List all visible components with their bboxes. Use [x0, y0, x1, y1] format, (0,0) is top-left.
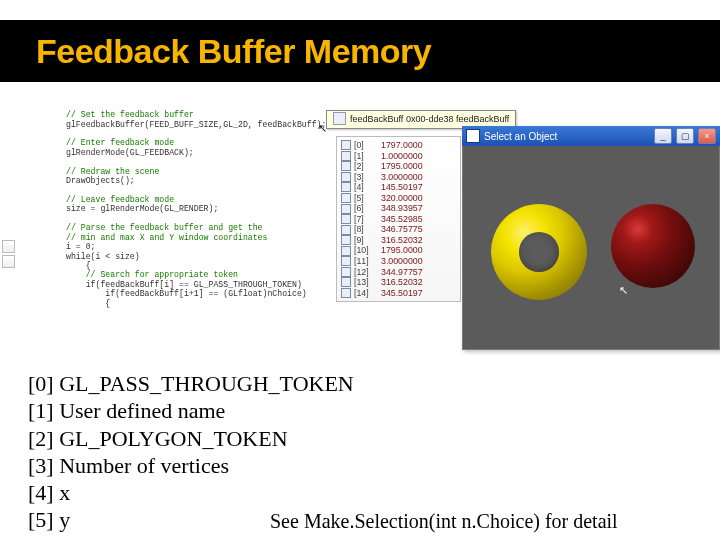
- screenshot-pane: // Set the feedback buffer glFeedbackBuf…: [36, 96, 684, 354]
- mouse-cursor-icon: ↖: [619, 284, 628, 297]
- array-icon: [341, 172, 351, 182]
- title-bar: Feedback Buffer Memory: [0, 20, 720, 82]
- margin-icon: [2, 240, 15, 253]
- array-icon: [341, 214, 351, 224]
- array-icon: [341, 161, 351, 171]
- opengl-viewport[interactable]: ↖: [462, 146, 720, 350]
- array-icon: [341, 140, 351, 150]
- maximize-button[interactable]: ▢: [676, 128, 694, 144]
- margin-icon: [2, 255, 15, 268]
- slide-root: Feedback Buffer Memory // Set the feedba…: [0, 0, 720, 540]
- footnote: See Make.Selection(int n.Choice) for det…: [270, 510, 618, 533]
- array-icon: [333, 112, 346, 125]
- array-icon: [341, 288, 351, 298]
- array-icon: [341, 246, 351, 256]
- array-icon: [341, 204, 351, 214]
- array-icon: [341, 277, 351, 287]
- array-icon: [341, 235, 351, 245]
- array-icon: [341, 182, 351, 192]
- array-icon: [341, 267, 351, 277]
- window-titlebar: Select an Object _ ▢ ×: [462, 126, 720, 146]
- code-block: // Set the feedback buffer glFeedbackBuf…: [66, 110, 356, 308]
- minimize-button[interactable]: _: [654, 128, 672, 144]
- sphere-shape: [611, 204, 695, 288]
- array-icon: [341, 225, 351, 235]
- watch-panel: [0]1797.0000 [1]1.0000000 [2]1795.0000 […: [336, 136, 461, 302]
- slide-title: Feedback Buffer Memory: [36, 32, 431, 71]
- array-icon: [341, 256, 351, 266]
- opengl-window: Select an Object _ ▢ × ↖: [462, 126, 720, 350]
- array-icon: [341, 193, 351, 203]
- window-title: Select an Object: [484, 131, 557, 142]
- torus-shape: [491, 204, 587, 300]
- close-button[interactable]: ×: [698, 128, 716, 144]
- array-icon: [341, 151, 351, 161]
- app-icon: [466, 129, 480, 143]
- breakpoint-margin: [2, 240, 15, 268]
